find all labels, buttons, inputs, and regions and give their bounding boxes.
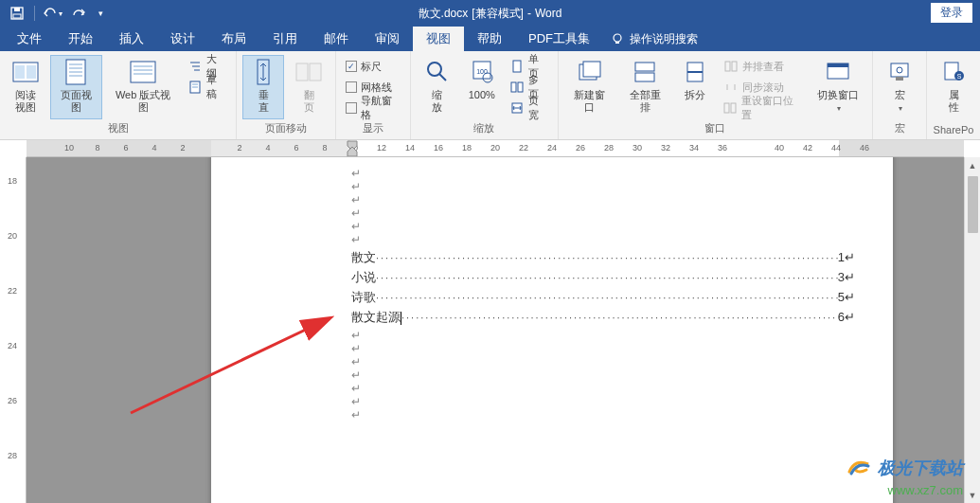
read-view-button[interactable]: 阅读 视图 bbox=[6, 55, 46, 119]
title-app: Word bbox=[535, 7, 561, 20]
svg-point-3 bbox=[614, 34, 621, 42]
macros-button[interactable]: 宏▾ bbox=[879, 55, 920, 119]
save-button[interactable] bbox=[6, 3, 28, 24]
new-window-button[interactable]: 新建窗口 bbox=[564, 55, 616, 119]
window-title: 散文.docx [兼容模式] - Word bbox=[419, 6, 562, 22]
toc-leader: ········································… bbox=[401, 312, 838, 323]
toc-label: 散文起源 bbox=[351, 309, 401, 326]
side-button[interactable]: 翻 页 bbox=[288, 55, 330, 119]
toc-entry[interactable]: 散文起源 ···································… bbox=[351, 309, 855, 326]
svg-rect-7 bbox=[27, 65, 36, 79]
svg-rect-47 bbox=[891, 63, 908, 77]
switch-window-icon bbox=[826, 62, 850, 82]
zoom-100-icon: 100 bbox=[470, 60, 494, 84]
menu-references[interactable]: 引用 bbox=[259, 27, 311, 51]
horizontal-ruler[interactable]: 1086422468101214161820222426283032343640… bbox=[27, 140, 964, 157]
ribbon-group-show: ✓标尺 网格线 导航窗格 显示 bbox=[336, 51, 411, 139]
arrange-all-button[interactable]: 全部重排 bbox=[619, 55, 671, 119]
reset-pos-button: 重设窗口位置 bbox=[720, 99, 806, 117]
para-mark: ↵ bbox=[351, 167, 855, 180]
qat-customize[interactable]: ▾ bbox=[94, 3, 107, 24]
split-button[interactable]: 拆分 bbox=[675, 55, 716, 119]
svg-text:S: S bbox=[957, 73, 962, 80]
undo-icon bbox=[42, 8, 57, 19]
vertical-scrollbar[interactable]: ▲ ▼ bbox=[964, 157, 980, 503]
side-icon bbox=[295, 61, 322, 83]
toc-label: 小说 bbox=[351, 269, 376, 286]
menu-layout[interactable]: 布局 bbox=[208, 27, 259, 51]
login-button[interactable]: 登录 bbox=[931, 3, 972, 23]
ruler-checkbox[interactable]: ✓标尺 bbox=[342, 57, 404, 76]
properties-button[interactable]: S 属 性 bbox=[933, 55, 974, 122]
ruler-v-tick: 26 bbox=[8, 396, 17, 405]
save-icon bbox=[10, 7, 24, 20]
redo-button[interactable] bbox=[67, 3, 90, 24]
svg-line-27 bbox=[439, 74, 446, 81]
menu-pdf[interactable]: PDF工具集 bbox=[515, 27, 603, 51]
menu-view[interactable]: 视图 bbox=[413, 27, 464, 51]
page-width-button[interactable]: 页宽 bbox=[506, 99, 551, 117]
page[interactable]: ↵ ↵ ↵ ↵ ↵ ↵ 散文 ·························… bbox=[211, 157, 893, 503]
menubar: 文件 开始 插入 设计 布局 引用 邮件 审阅 视图 帮助 PDF工具集 操作说… bbox=[0, 27, 980, 51]
page-width-icon bbox=[510, 101, 524, 115]
print-layout-button[interactable]: 页面视图 bbox=[50, 55, 102, 119]
draft-button[interactable]: 草稿 bbox=[185, 78, 230, 97]
web-layout-icon bbox=[130, 61, 156, 83]
ribbon-group-macros: 宏▾ 宏 bbox=[873, 51, 927, 139]
bulb-icon bbox=[611, 32, 624, 45]
svg-rect-37 bbox=[635, 63, 654, 71]
menu-help[interactable]: 帮助 bbox=[464, 27, 515, 51]
menu-file[interactable]: 文件 bbox=[4, 27, 55, 51]
svg-rect-36 bbox=[583, 62, 600, 77]
toc-entry[interactable]: 小说 ·····································… bbox=[351, 269, 855, 286]
svg-rect-42 bbox=[732, 62, 737, 71]
menu-insert[interactable]: 插入 bbox=[106, 27, 157, 51]
zoom-100-button[interactable]: 100 100% bbox=[461, 55, 502, 119]
svg-rect-31 bbox=[513, 61, 521, 72]
svg-rect-44 bbox=[731, 103, 736, 113]
svg-rect-38 bbox=[635, 73, 654, 81]
menu-review[interactable]: 审阅 bbox=[362, 27, 413, 51]
ruler-v-tick: 18 bbox=[8, 176, 17, 186]
macros-icon bbox=[888, 61, 911, 83]
menu-design[interactable]: 设计 bbox=[157, 27, 208, 51]
indent-marker-icon[interactable] bbox=[347, 140, 358, 157]
navpane-checkbox[interactable]: 导航窗格 bbox=[342, 99, 404, 117]
vertical-ruler[interactable]: 18202224262830 bbox=[0, 157, 27, 503]
ribbon-group-views: 阅读 视图 页面视图 Web 版式视图 大纲 草稿 视图 bbox=[0, 51, 237, 139]
side-by-side-button: 并排查看 bbox=[720, 57, 806, 76]
redo-icon bbox=[72, 8, 85, 19]
tell-me-search[interactable]: 操作说明搜索 bbox=[611, 27, 698, 51]
undo-button[interactable]: ▾ bbox=[41, 3, 63, 24]
document-canvas[interactable]: ↵ ↵ ↵ ↵ ↵ ↵ 散文 ·························… bbox=[27, 157, 980, 503]
toc-page: 6↵ bbox=[838, 310, 855, 324]
svg-rect-25 bbox=[310, 63, 321, 81]
ruler-v-tick: 20 bbox=[8, 231, 17, 241]
svg-rect-41 bbox=[725, 62, 730, 71]
ruler-v-tick: 24 bbox=[8, 341, 17, 350]
zoom-button[interactable]: 缩 放 bbox=[417, 55, 457, 119]
properties-icon: S bbox=[942, 61, 965, 83]
ruler-v-tick: 22 bbox=[8, 286, 17, 296]
web-layout-button[interactable]: Web 版式视图 bbox=[106, 55, 181, 119]
toc-entry[interactable]: 诗歌 ·····································… bbox=[351, 289, 855, 306]
scroll-down-button[interactable]: ▼ bbox=[965, 487, 980, 503]
title-filename: 散文.docx bbox=[419, 6, 469, 22]
toc-entry[interactable]: 散文 ·····································… bbox=[351, 249, 855, 266]
sync-scroll-icon bbox=[724, 81, 738, 93]
switch-window-button[interactable]: 切换窗口▾ bbox=[810, 55, 866, 119]
svg-rect-6 bbox=[15, 65, 25, 79]
ribbon-group-sharepoint: S 属 性 SharePo bbox=[927, 51, 980, 139]
svg-rect-46 bbox=[828, 63, 848, 67]
vertical-icon bbox=[254, 59, 273, 85]
svg-rect-49 bbox=[896, 77, 903, 81]
scroll-up-button[interactable]: ▲ bbox=[965, 157, 980, 173]
menu-mailings[interactable]: 邮件 bbox=[311, 27, 362, 51]
menu-home[interactable]: 开始 bbox=[55, 27, 106, 51]
vertical-button[interactable]: 垂 直 bbox=[242, 55, 284, 119]
scroll-thumb[interactable] bbox=[968, 176, 978, 233]
svg-rect-2 bbox=[13, 14, 21, 18]
svg-rect-1 bbox=[14, 8, 20, 11]
page-content[interactable]: ↵ ↵ ↵ ↵ ↵ ↵ 散文 ·························… bbox=[211, 167, 893, 422]
svg-rect-24 bbox=[296, 63, 308, 81]
